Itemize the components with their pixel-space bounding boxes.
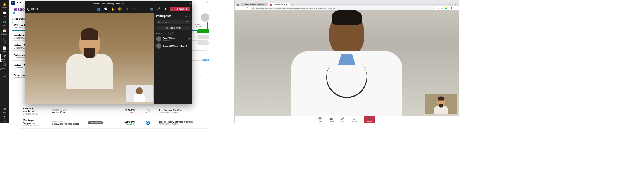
- tasks-icon: ☑: [2, 63, 6, 67]
- rail-more[interactable]: ...: [0, 71, 8, 80]
- rail-chat[interactable]: 💬Chat: [0, 10, 8, 18]
- meeting-section-header: ▸ In this meeting (2): [156, 32, 191, 35]
- rail-files[interactable]: 📄Files: [0, 45, 8, 53]
- gear-icon: ⚙: [352, 117, 356, 120]
- chat-icon: 💬: [318, 117, 322, 120]
- people-icon[interactable]: 👥: [97, 7, 100, 11]
- rail-teams[interactable]: 👥Teams: [0, 19, 8, 27]
- more-icon[interactable]: ⋯: [185, 15, 187, 18]
- address-bar[interactable]: 🔒 https://patient.cat.visitnow.org/acs/m…: [250, 7, 436, 10]
- reload-icon[interactable]: ⟳: [246, 7, 249, 10]
- participant-search[interactable]: Type a name 🔍: [156, 20, 191, 24]
- rail-activity[interactable]: 🔔Activity: [0, 1, 8, 9]
- hangup-icon: 📞: [173, 8, 176, 11]
- maximize-icon[interactable]: □: [450, 4, 451, 6]
- mic-icon[interactable]: 🎤: [157, 7, 160, 11]
- back-icon[interactable]: ←: [201, 1, 204, 4]
- close-icon[interactable]: ✕: [189, 2, 191, 5]
- maximize-icon[interactable]: □: [185, 2, 186, 5]
- close-icon[interactable]: ✕: [455, 4, 457, 6]
- more-icon[interactable]: ⋯: [139, 7, 143, 11]
- devices-button[interactable]: ⚙ Devices: [351, 117, 357, 123]
- participants-panel: Participants ⋯ ✕ Type a name 🔍 🔗 Share i…: [154, 13, 192, 104]
- browser-tab[interactable]: Check-in online - yourloca... ✕: [241, 3, 267, 6]
- bottom-patient-list: Thomas, Monique Gender F Age 31 Reason f…: [21, 105, 208, 129]
- tab-search-icon[interactable]: ▦: [237, 4, 239, 6]
- favicon-icon: [270, 4, 272, 6]
- tab-close-icon[interactable]: ✕: [267, 4, 267, 6]
- rail-tasks[interactable]: ☑Tasks by Pla...: [0, 63, 8, 71]
- video-call-content: 💬 Chat 📹 Turn off 🎤 Mute ⚙ Devices 📞 Lea…: [235, 10, 459, 123]
- leave-button[interactable]: 📞 Leave ▾: [170, 7, 190, 11]
- lock-icon: 🔒: [252, 7, 254, 9]
- calendar-icon: 📅: [2, 29, 6, 33]
- profile-icon[interactable]: 👤: [450, 7, 453, 9]
- solo-right-column: Solo ID 1310980 Details: [194, 13, 209, 61]
- self-video-pip[interactable]: [425, 94, 457, 114]
- self-video-pip[interactable]: [126, 85, 153, 102]
- new-tab-button[interactable]: +: [291, 3, 294, 6]
- action-pill[interactable]: [197, 41, 209, 45]
- reaction-icon[interactable]: 😊: [118, 7, 122, 11]
- call-toolbar: 01:09 👥 💬 ✋ 😊 ⊞ ◎ ⋯ 📹 🎤 ⬆ 📞 Leave ▾: [25, 5, 192, 13]
- camera-icon[interactable]: 📹: [150, 7, 153, 11]
- user-avatar[interactable]: [201, 13, 209, 22]
- mic-button[interactable]: 🎤 Mute: [341, 117, 344, 123]
- help-icon: ?: [2, 116, 6, 120]
- participant-row[interactable]: Scott Wilson Organiser 🎤: [156, 36, 191, 42]
- close-icon[interactable]: ✕: [189, 15, 191, 18]
- camera-icon: 📹: [329, 117, 333, 120]
- forward-icon[interactable]: →: [241, 7, 244, 10]
- raise-hand-icon[interactable]: ✋: [111, 7, 115, 11]
- row-action-icon[interactable]: [146, 109, 150, 113]
- rail-help[interactable]: ?Help: [0, 115, 8, 123]
- row-radio-icon[interactable]: [146, 121, 150, 125]
- chat-button[interactable]: 💬 Chat: [318, 117, 322, 123]
- rail-apps[interactable]: ⊞Apps: [0, 106, 8, 114]
- solo-app-icon: ◎: [3, 54, 7, 58]
- patient-row[interactable]: Montoya, Alejandro Gender M Age 25 Reaso…: [21, 117, 208, 129]
- call-window: Session with Berney D Wilson — □ ✕ 01:09…: [25, 1, 192, 104]
- rail-calendar[interactable]: 📅Calendar: [0, 27, 8, 36]
- share-icon[interactable]: ⎋: [438, 7, 439, 9]
- right-screenshot: ▦ Check-in online - yourloca... ✕ Online…: [234, 0, 459, 123]
- apps-icon[interactable]: ◎: [132, 7, 136, 11]
- extensions-icon[interactable]: 🧩: [445, 7, 448, 9]
- star-icon[interactable]: ☆: [441, 7, 443, 9]
- solo-logo-icon: C: [11, 1, 15, 5]
- camera-button[interactable]: 📹 Turn off: [328, 117, 334, 123]
- rooms-icon[interactable]: ⊞: [125, 7, 129, 11]
- teams-nav-rail: 🔔Activity 💬Chat 👥Teams 📅Calendar 📞Calls …: [0, 0, 9, 123]
- search-icon: 🔍: [186, 21, 189, 23]
- participants-title: Participants: [156, 15, 171, 18]
- leave-button[interactable]: 📞 Leave: [364, 116, 375, 123]
- participant-row[interactable]: Berney D Wilson (Guest): [156, 43, 191, 49]
- minimize-icon[interactable]: —: [445, 4, 447, 6]
- back-icon[interactable]: ←: [236, 7, 239, 10]
- minimize-icon[interactable]: —: [180, 2, 182, 5]
- refresh-icon[interactable]: ⟳: [206, 1, 209, 4]
- action-pill[interactable]: [197, 35, 209, 39]
- patient-row[interactable]: Thomas, Monique Gender F Age 31 Reason f…: [21, 105, 208, 117]
- participant-avatar: [156, 36, 161, 42]
- solo-app-title: Solo -: [16, 1, 23, 4]
- apps-icon: ⊞: [2, 107, 6, 111]
- phone-icon: 📞: [2, 37, 6, 42]
- share-icon[interactable]: ⬆: [164, 7, 168, 11]
- files-icon: 📄: [2, 46, 6, 50]
- chat-icon[interactable]: 💬: [104, 7, 107, 11]
- call-button[interactable]: [197, 29, 209, 33]
- more-icon: ...: [2, 73, 6, 77]
- mic-icon: 🎤: [341, 117, 344, 120]
- menu-icon[interactable]: ⋯: [455, 7, 457, 9]
- rail-solo[interactable]: ◎Solo - CAT...: [0, 54, 8, 62]
- details-link[interactable]: Details: [202, 58, 209, 61]
- mic-icon: 🎤: [188, 38, 191, 40]
- share-invite-button[interactable]: 🔗 Share invite: [156, 26, 191, 30]
- browser-tabstrip: ▦ Check-in online - yourloca... ✕ Online…: [235, 3, 459, 6]
- tab-close-icon[interactable]: ✕: [286, 4, 288, 6]
- call-title: Session with Berney D Wilson: [93, 2, 124, 5]
- doctor-video: [274, 12, 420, 123]
- rail-calls[interactable]: 📞Calls: [0, 36, 8, 44]
- browser-tab-active[interactable]: Online Check-In ✕: [268, 3, 290, 6]
